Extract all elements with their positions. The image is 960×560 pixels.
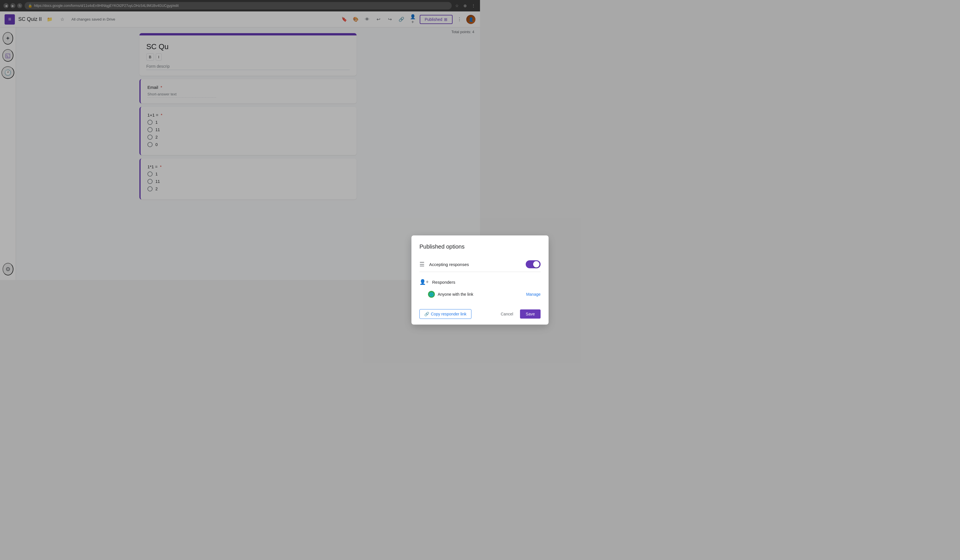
dialog-title: Published options	[419, 243, 480, 250]
list-icon: ☰	[419, 261, 424, 268]
accepting-responses-label: Accepting responses	[429, 262, 480, 267]
person-add-icon: 👤+	[419, 279, 429, 280]
published-options-dialog: Published options ☰ Accepting responses …	[411, 235, 480, 280]
responders-label: Responders	[432, 280, 456, 280]
dialog-overlay[interactable]: Published options ☰ Accepting responses …	[0, 0, 480, 280]
accepting-responses-section: ☰ Accepting responses	[419, 257, 480, 272]
responders-section: 👤+ Responders 🌐 Anyone with the link Man…	[419, 277, 480, 280]
